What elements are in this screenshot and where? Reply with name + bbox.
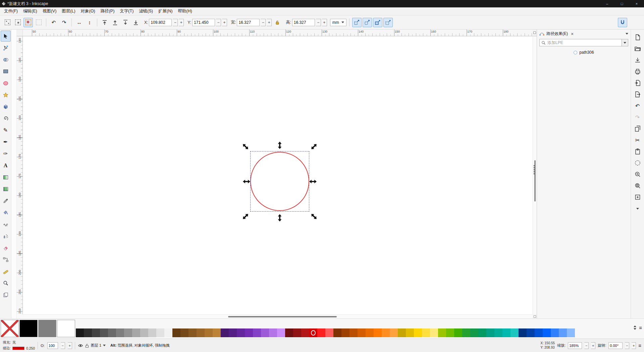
document-properties-corner[interactable] bbox=[533, 30, 537, 36]
menu-item[interactable]: 视图(V) bbox=[40, 7, 59, 15]
palette-swatch[interactable] bbox=[567, 328, 575, 337]
unit-dropdown[interactable]: mm bbox=[330, 19, 346, 26]
move-gradients-toggle[interactable] bbox=[373, 18, 382, 27]
rectangle-tool-button[interactable] bbox=[1, 66, 11, 77]
palette-swatch[interactable] bbox=[350, 328, 358, 337]
calligraphy-tool-button[interactable]: ✑ bbox=[1, 148, 11, 159]
rotation-input[interactable] bbox=[608, 342, 623, 349]
scrollbar-corner[interactable] bbox=[533, 314, 537, 318]
more-commands-button[interactable] bbox=[633, 204, 642, 213]
selection-bounding-box[interactable] bbox=[250, 151, 309, 212]
palette-swatch[interactable] bbox=[189, 328, 197, 337]
menu-item[interactable]: 图层(L) bbox=[59, 7, 78, 15]
import-button[interactable] bbox=[633, 79, 642, 87]
palette-swatch[interactable] bbox=[269, 328, 277, 337]
selection-handle-se[interactable] bbox=[310, 213, 318, 220]
palette-swatch[interactable] bbox=[100, 328, 108, 337]
palette-swatch[interactable] bbox=[108, 328, 116, 337]
lpe-searchbox[interactable] bbox=[539, 39, 622, 46]
palette-swatch[interactable] bbox=[414, 328, 422, 337]
cut-button[interactable]: ✂ bbox=[633, 136, 642, 144]
fill-stroke-indicator[interactable]: 填充: 无 描边: 0.250 bbox=[3, 340, 35, 351]
export-button[interactable] bbox=[633, 90, 642, 99]
palette-swatch[interactable] bbox=[478, 328, 486, 337]
undo-button[interactable]: ↶ bbox=[49, 18, 58, 27]
rotation-plus-stepper[interactable]: + bbox=[632, 342, 636, 349]
palette-swatch[interactable] bbox=[551, 328, 559, 337]
palette-swatch[interactable] bbox=[116, 328, 124, 337]
palette-swatch[interactable] bbox=[57, 320, 75, 337]
selection-handle-ne[interactable] bbox=[310, 143, 318, 150]
statusbar-menu-icon[interactable]: ≡ bbox=[638, 343, 641, 348]
bucket-tool-button[interactable] bbox=[1, 207, 11, 218]
redo-button-strip[interactable]: ↷ bbox=[633, 113, 642, 122]
panel-chevron-down-icon[interactable] bbox=[626, 33, 628, 35]
lpe-combo-button[interactable] bbox=[622, 39, 628, 46]
lower-to-bottom-button[interactable] bbox=[131, 18, 141, 27]
palette-swatch[interactable] bbox=[253, 328, 261, 337]
palette-swatch[interactable] bbox=[237, 328, 245, 337]
opacity-input[interactable] bbox=[47, 342, 58, 349]
palette-swatch[interactable] bbox=[76, 328, 84, 337]
menu-item[interactable]: 路径(P) bbox=[98, 7, 117, 15]
selection-handle-w[interactable] bbox=[243, 178, 250, 185]
open-document-button[interactable] bbox=[633, 44, 642, 53]
palette-swatch[interactable] bbox=[382, 328, 390, 337]
gradient-tool-button[interactable] bbox=[1, 172, 11, 183]
lock-ratio-toggle[interactable] bbox=[273, 18, 282, 27]
layer-chevron-down-icon[interactable] bbox=[103, 345, 106, 346]
palette-swatch[interactable] bbox=[519, 328, 527, 337]
palette-swatch[interactable] bbox=[148, 328, 156, 337]
palette-swatch[interactable] bbox=[446, 328, 454, 337]
palette-swatch[interactable] bbox=[398, 328, 406, 337]
palette-swatch[interactable] bbox=[374, 328, 382, 337]
raise-to-top-button[interactable] bbox=[100, 18, 109, 27]
ruler-corner[interactable] bbox=[17, 30, 23, 36]
scale-corners-toggle[interactable] bbox=[363, 18, 372, 27]
palette-swatch[interactable] bbox=[180, 328, 189, 337]
palette-swatch[interactable] bbox=[19, 320, 38, 337]
zoom-plus-stepper[interactable]: + bbox=[591, 342, 595, 349]
star-tool-button[interactable] bbox=[1, 89, 11, 100]
selection-handle-s[interactable] bbox=[276, 214, 283, 221]
palette-swatch[interactable] bbox=[213, 328, 221, 337]
layer-lock-icon[interactable] bbox=[85, 343, 89, 348]
y-plus-stepper[interactable]: + bbox=[222, 19, 227, 26]
pen-tool-button[interactable]: ✒ bbox=[1, 136, 11, 147]
palette-swatch[interactable] bbox=[406, 328, 414, 337]
zoom-page-button[interactable] bbox=[633, 181, 642, 190]
panel-resize-grip[interactable] bbox=[534, 169, 535, 170]
fit-page-button[interactable] bbox=[633, 193, 642, 202]
shape-builder-tool-button[interactable] bbox=[1, 54, 11, 65]
palette-swatch[interactable] bbox=[84, 328, 92, 337]
palette-swatch[interactable] bbox=[422, 328, 430, 337]
selector-tool-button[interactable] bbox=[1, 31, 11, 42]
deselect-button[interactable] bbox=[34, 18, 43, 27]
canvas[interactable] bbox=[23, 36, 533, 314]
palette-swatch[interactable] bbox=[341, 328, 350, 337]
connector-tool-button[interactable] bbox=[1, 254, 11, 265]
palette-swatch[interactable] bbox=[559, 328, 567, 337]
horizontal-ruler[interactable]: 5060708090100110120130140150160170180 bbox=[23, 30, 533, 36]
selection-handle-sw[interactable] bbox=[242, 213, 249, 220]
palette-swatch[interactable] bbox=[438, 328, 446, 337]
width-plus-stepper[interactable]: + bbox=[267, 19, 272, 26]
palette-swatch[interactable] bbox=[92, 328, 100, 337]
spiral-tool-button[interactable] bbox=[1, 113, 11, 124]
menu-item[interactable]: 扩展(N) bbox=[156, 7, 175, 15]
vertical-scrollbar-thumb[interactable] bbox=[534, 160, 536, 202]
new-document-button[interactable] bbox=[633, 33, 642, 42]
spray-tool-button[interactable] bbox=[1, 230, 11, 241]
scale-stroke-toggle[interactable] bbox=[352, 18, 362, 27]
palette-swatch[interactable] bbox=[390, 328, 398, 337]
palette-swatch[interactable] bbox=[301, 328, 309, 337]
palette-swatch[interactable] bbox=[486, 328, 494, 337]
select-all-layers-button[interactable] bbox=[13, 18, 22, 27]
lower-button[interactable] bbox=[121, 18, 130, 27]
close-button[interactable]: × bbox=[629, 0, 644, 7]
palette-swatch[interactable] bbox=[197, 328, 205, 337]
zoom-minus-stepper[interactable]: − bbox=[584, 342, 589, 349]
flip-vertical-button[interactable]: ↕ bbox=[85, 18, 94, 27]
menu-item[interactable]: 编辑(E) bbox=[20, 7, 40, 15]
node-tool-button[interactable] bbox=[1, 42, 11, 53]
